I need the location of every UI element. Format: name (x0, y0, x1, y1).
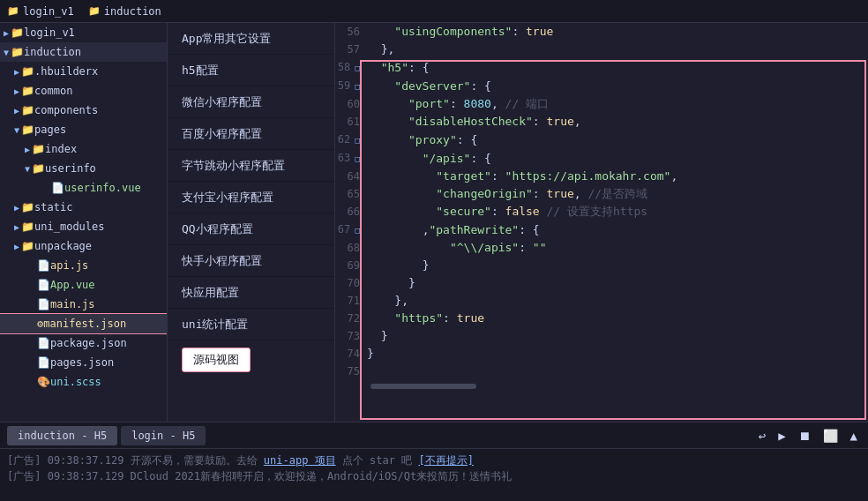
tree-item-userinfo-vue[interactable]: 📄 userinfo.vue (0, 178, 167, 198)
run-icon[interactable]: ▶ (774, 427, 789, 445)
code-line-62: "proxy": { (367, 131, 868, 149)
config-label-uni-stats: uni统计配置 (182, 317, 248, 333)
code-editor[interactable]: 56 "usingComponents": true 57 }, 58 "h5"… (335, 23, 868, 422)
chevron-icon-11: ▶ (14, 242, 19, 251)
code-line-71: }, (367, 292, 868, 310)
console-link-uniapp[interactable]: uni-app 项目 (264, 454, 336, 467)
console-ad-1: [广告] 09:38:37.129 开源不易，需要鼓励。去给 (7, 454, 264, 467)
line-num-62[interactable]: 62 (335, 131, 367, 149)
line-num-67[interactable]: 67 (335, 221, 367, 239)
folder-icon-common: 📁 (21, 85, 34, 97)
code-line-67: ,"pathRewrite": { (367, 221, 868, 239)
code-table: 56 "usingComponents": true 57 }, 58 "h5"… (335, 23, 868, 380)
tree-item-app-vue[interactable]: 📄 App.vue (0, 275, 167, 295)
folder-icon-induction: 📁 (11, 46, 24, 58)
file-icon-main-js: 📄 (37, 298, 50, 310)
table-row: 61 "disableHostCheck": true, (335, 113, 868, 131)
config-item-wechat[interactable]: 微信小程序配置 (168, 86, 334, 118)
stop-icon[interactable]: ⏹ (795, 427, 814, 445)
topbar-item-induction[interactable]: 📁 induction (88, 5, 161, 18)
config-item-uni-stats[interactable]: uni统计配置 (168, 309, 334, 340)
config-item-qq[interactable]: QQ小程序配置 (168, 213, 334, 245)
file-icon-uni-scss: 🎨 (37, 376, 50, 388)
config-label-bytedance: 字节跳动小程序配置 (182, 158, 285, 174)
tree-item-uni-scss[interactable]: 🎨 uni.scss (0, 372, 167, 392)
console-text-1: 点个 star 吧 (342, 454, 419, 467)
line-num-58[interactable]: 58 (335, 58, 367, 77)
tree-item-main-js[interactable]: 📄 main.js (0, 295, 167, 314)
tree-label-unpackage: unpackage (34, 240, 92, 252)
tree-item-uni-modules[interactable]: ▶ 📁 uni_modules (0, 217, 167, 236)
tab-induction-h5[interactable]: induction - H5 (7, 426, 117, 445)
tab-login-h5[interactable]: login - H5 (121, 426, 206, 445)
config-item-baidu[interactable]: 百度小程序配置 (168, 118, 334, 150)
folder-icon-uni-modules: 📁 (21, 221, 34, 233)
topbar-item-login[interactable]: 📁 login_v1 (7, 5, 74, 18)
line-num-64: 64 (335, 168, 367, 185)
table-row: 60 "port": 8080, // 端口 (335, 95, 868, 113)
code-line-69: } (367, 257, 868, 274)
tree-item-package-json[interactable]: 📄 package.json (0, 333, 167, 353)
tree-label-hbuilderx: .hbuilderx (34, 65, 98, 78)
code-line-74: } (367, 345, 868, 363)
tree-item-index[interactable]: ▶ 📁 index (0, 139, 167, 159)
table-row: 69 } (335, 257, 868, 274)
refresh-icon[interactable]: ↩ (755, 427, 769, 445)
table-row: 67 ,"pathRewrite": { (335, 221, 868, 239)
console-link-no-more[interactable]: [不再提示] (418, 454, 473, 467)
tree-item-userinfo[interactable]: ▼ 📁 userinfo (0, 159, 167, 178)
folder-icon-pages: 📁 (21, 123, 34, 136)
window-icon[interactable]: ⬜ (819, 427, 842, 445)
table-row: 64 "target": "https://api.mokahr.com", (335, 168, 868, 185)
tree-item-pages[interactable]: ▼ 📁 pages (0, 120, 167, 139)
tree-label-common: common (34, 85, 72, 97)
topbar-label-login: login_v1 (23, 5, 74, 18)
table-row: 74 } (335, 345, 868, 363)
tree-label-uni-modules: uni_modules (34, 221, 104, 233)
line-num-63[interactable]: 63 (335, 149, 367, 168)
table-row: 65 "changeOrigin": true, //是否跨域 (335, 185, 868, 203)
tree-item-common[interactable]: ▶ 📁 common (0, 81, 167, 101)
source-view-button[interactable]: 源码视图 (182, 348, 251, 372)
config-item-app[interactable]: App常用其它设置 (168, 23, 334, 55)
code-line-70: } (367, 274, 868, 292)
tree-item-unpackage[interactable]: ▶ 📁 unpackage (0, 236, 167, 256)
config-item-bytedance[interactable]: 字节跳动小程序配置 (168, 150, 334, 182)
tree-item-manifest-json[interactable]: ⚙️ manifest.json (0, 314, 167, 333)
folder-icon-components: 📁 (21, 104, 34, 116)
line-num-71: 71 (335, 292, 367, 310)
tree-item-api-js[interactable]: 📄 api.js (0, 256, 167, 275)
code-line-56: "usingComponents": true (367, 23, 868, 41)
config-item-quickapp[interactable]: 快应用配置 (168, 277, 334, 309)
tree-label-main-js: main.js (50, 298, 95, 310)
chevron-icon-5: ▶ (14, 106, 19, 116)
folder-icon-index: 📁 (32, 143, 45, 155)
line-num-59[interactable]: 59 (335, 77, 367, 95)
tree-item-static[interactable]: ▶ 📁 static (0, 198, 167, 217)
tree-label-api-js: api.js (50, 259, 88, 272)
config-item-h5[interactable]: h5配置 (168, 55, 334, 86)
tree-label-pages: pages (34, 123, 66, 136)
tree-item-pages-json[interactable]: 📄 pages.json (0, 353, 167, 372)
code-line-66: "secure": false // 设置支持https (367, 203, 868, 221)
tree-item-components[interactable]: ▶ 📁 components (0, 101, 167, 120)
config-label-h5: h5配置 (182, 63, 219, 79)
console-line-2: [广告] 09:38:37.129 DCloud 2021新春招聘开启，欢迎投递… (7, 468, 861, 484)
tree-item-hbuilderx[interactable]: ▶ 📁 .hbuilderx (0, 62, 167, 81)
tree-item-induction[interactable]: ▼ 📁 induction (0, 42, 167, 62)
folder-icon-2: 📁 (88, 5, 101, 17)
bottom-tabs: induction - H5 login - H5 ↩ ▶ ⏹ ⬜ ▲ (0, 422, 868, 448)
table-row: 73 } (335, 327, 868, 345)
chevron-icon-6: ▼ (14, 125, 19, 135)
tree-label-index: index (45, 143, 77, 155)
config-item-alipay[interactable]: 支付宝小程序配置 (168, 182, 334, 213)
config-panel: App常用其它设置 h5配置 微信小程序配置 百度小程序配置 字节跳动小程序配置… (168, 23, 335, 422)
tree-label-package: package.json (50, 337, 127, 349)
file-icon-vue: 📄 (51, 182, 64, 194)
collapse-icon[interactable]: ▲ (847, 427, 861, 445)
console-area: [广告] 09:38:37.129 开源不易，需要鼓励。去给 uni-app 项… (0, 448, 868, 501)
config-label-wechat: 微信小程序配置 (182, 94, 262, 110)
folder-icon-tree: 📁 (11, 26, 24, 39)
config-item-kuaishou[interactable]: 快手小程序配置 (168, 245, 334, 277)
tree-item-login_v1[interactable]: ▶ 📁 login_v1 (0, 23, 167, 42)
